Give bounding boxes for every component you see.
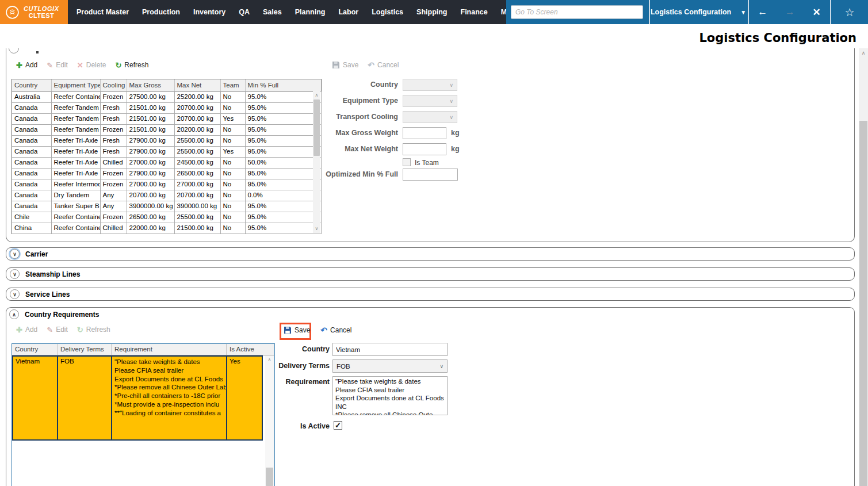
edit-button[interactable]: ✎ Edit [47, 61, 68, 69]
table-cell: Tanker Super B [51, 201, 100, 212]
screen-selector-dropdown[interactable]: Logistics Configuration ▼ [650, 0, 747, 24]
page-scrollbar[interactable]: ∧ [859, 48, 868, 486]
add-button[interactable]: ✚ Add [16, 61, 37, 69]
back-icon[interactable]: ← [758, 6, 767, 18]
cancel-button[interactable]: ↶ Cancel [368, 61, 399, 69]
column-header[interactable]: Equipment Type [51, 79, 100, 91]
table-row[interactable]: CanadaReefer Tri-AxleFrozen27900.00 kg26… [12, 168, 321, 179]
nav-item-shipping[interactable]: Shipping [416, 8, 447, 16]
scrollbar-thumb[interactable] [859, 121, 867, 486]
section-label: Country Requirements [25, 311, 99, 319]
section-bar-steamship-lines[interactable]: ∨ Steamship Lines [6, 267, 855, 281]
add-icon: ✚ [16, 326, 22, 334]
country-input[interactable] [332, 343, 448, 356]
table-row[interactable]: CanadaReefer Tri-AxleFresh27900.00 kg255… [12, 146, 321, 157]
nav-item-finance[interactable]: Finance [461, 8, 488, 16]
expand-section-icon[interactable]: ∨ [10, 249, 20, 259]
nav-item-logistics[interactable]: Logistics [372, 8, 403, 16]
table-row[interactable]: AustraliaReefer ContainerFrozen27500.00 … [12, 91, 321, 102]
selected-row-cell-country[interactable]: Vietnam [12, 355, 58, 441]
refresh-button[interactable]: ↻ Refresh [115, 61, 148, 69]
equipment-toolbar: ✚ Add ✎ Edit ✕ Delete ↻ Refresh [16, 61, 148, 69]
optimized-min-full-input[interactable] [403, 169, 458, 181]
max-net-weight-input[interactable] [403, 143, 446, 155]
is-team-checkbox[interactable] [403, 158, 411, 166]
brand-block[interactable]: CUTLOGIX CLTEST [0, 0, 68, 24]
equipment-grid: CountryEquipment TypeCoolingMax GrossMax… [12, 79, 322, 234]
nav-item-labor[interactable]: Labor [338, 8, 358, 16]
section-bar-carrier[interactable]: ∨ Carrier [6, 247, 855, 261]
collapse-section-icon[interactable]: ∧ [9, 309, 19, 319]
column-header[interactable]: Cooling [100, 79, 127, 91]
table-row[interactable]: CanadaReefer Tri-AxleChilled27000.00 kg2… [12, 157, 321, 168]
close-screen-icon[interactable]: ✕ [812, 6, 820, 18]
transport-cooling-select[interactable]: ∨ [403, 111, 457, 123]
table-row[interactable]: CanadaReefer Tri-AxleFresh27900.00 kg255… [12, 135, 321, 146]
forward-icon[interactable]: → [785, 6, 795, 18]
expand-section-icon[interactable]: ∨ [10, 269, 20, 279]
nav-item-production[interactable]: Production [142, 8, 180, 16]
section-bar-service-lines[interactable]: ∨ Service Lines [6, 288, 855, 301]
scroll-up-icon[interactable]: ∧ [859, 48, 868, 58]
table-row[interactable]: CanadaReefer TandemFresh21501.00 kg20700… [12, 113, 321, 124]
table-cell: Reefer Tri-Axle [51, 157, 100, 168]
column-header-country[interactable]: Country [12, 344, 58, 355]
requirement-textarea[interactable] [332, 376, 448, 415]
refresh-button[interactable]: ↻ Refresh [77, 326, 110, 334]
table-cell: Reefer Container [51, 212, 100, 223]
expand-section-icon[interactable]: ∨ [10, 289, 20, 299]
add-button[interactable]: ✚ Add [16, 326, 37, 334]
column-header[interactable]: Max Net [174, 79, 220, 91]
kg-unit-label: kg [451, 145, 460, 153]
nav-item-inventory[interactable]: Inventory [193, 8, 225, 16]
table-cell: Canada [12, 168, 51, 179]
nav-item-planning[interactable]: Planning [295, 8, 326, 16]
country-label: Country [243, 345, 330, 353]
max-gross-weight-label: Max Gross Weight [312, 129, 398, 137]
table-cell: 21501.00 kg [127, 113, 174, 124]
table-row[interactable]: CanadaDry TandemAny20700.00 kg20700.00 k… [12, 190, 321, 201]
delivery-terms-select[interactable]: FOB ∨ [332, 359, 448, 373]
goto-screen-input[interactable] [511, 5, 643, 19]
table-row[interactable]: CanadaReefer IntermodalFrozen27000.00 kg… [12, 179, 321, 190]
column-header[interactable]: Team [220, 79, 245, 91]
nav-item-sales[interactable]: Sales [263, 8, 282, 16]
table-row[interactable]: CanadaTanker Super BAny3900000.00 kg3900… [12, 201, 321, 212]
table-cell: 27900.00 kg [127, 168, 174, 179]
nav-utility-area: Logistics Configuration ▼ ← → ✕ ☆ [506, 0, 868, 24]
collapse-section-icon[interactable] [9, 43, 19, 53]
table-row[interactable]: ChinaReefer ContainerChilled22000.00 kg2… [12, 223, 321, 234]
column-header[interactable]: Max Gross [127, 79, 174, 91]
selected-row-cell-delivery-terms[interactable]: FOB [57, 355, 112, 441]
main-menu: Product MasterProductionInventoryQASales… [77, 0, 565, 24]
save-button[interactable]: Save [332, 61, 358, 69]
table-cell: No [220, 201, 245, 212]
nav-item-product-master[interactable]: Product Master [77, 8, 129, 16]
table-row[interactable]: ChileReefer ContainerFrozen26500.00 kg25… [12, 212, 321, 223]
table-cell: No [220, 179, 245, 190]
column-header[interactable]: Country [12, 79, 51, 91]
selected-row-cell-requirement[interactable]: "Please take weights & dates Please CFIA… [111, 355, 227, 441]
country-requirements-grid-scrollbar[interactable]: ∧ [265, 356, 274, 486]
edit-pencil-icon: ✎ [47, 62, 53, 69]
save-button[interactable]: Save [284, 326, 310, 334]
scroll-down-icon[interactable]: ∨ [313, 225, 320, 233]
table-row[interactable]: CanadaReefer TandemFresh21501.00 kg20700… [12, 102, 321, 113]
cancel-button[interactable]: ↶ Cancel [320, 326, 351, 334]
edit-button[interactable]: ✎ Edit [47, 326, 68, 334]
nav-item-qa[interactable]: QA [239, 8, 250, 16]
country-select[interactable]: ∨ [403, 79, 457, 91]
max-gross-weight-input[interactable] [403, 127, 446, 139]
scrollbar-thumb[interactable] [266, 468, 273, 486]
max-net-weight-label: Max Net Weight [312, 145, 398, 153]
is-active-checkbox[interactable]: ✓ [334, 421, 342, 430]
table-cell: 27000.00 kg [127, 179, 174, 190]
delete-button[interactable]: ✕ Delete [77, 61, 106, 69]
favorite-star-icon[interactable]: ☆ [844, 6, 854, 19]
column-header[interactable]: Min % Full [245, 79, 321, 91]
equipment-type-select[interactable]: ∨ [403, 95, 457, 107]
column-header-delivery-terms[interactable]: Delivery Terms [58, 344, 112, 355]
table-cell: No [220, 212, 245, 223]
column-header-requirement[interactable]: Requirement [112, 344, 227, 355]
table-row[interactable]: CanadaReefer TandemFrozen21501.00 kg2020… [12, 124, 321, 135]
